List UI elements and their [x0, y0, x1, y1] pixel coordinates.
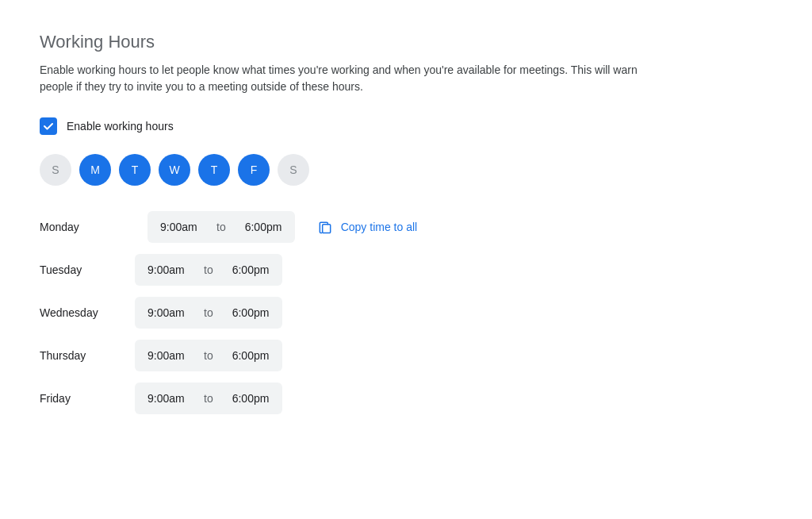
copy-time-button[interactable]: Copy time to all [308, 213, 427, 241]
time-range-monday: 9:00amto6:00pm [147, 211, 295, 243]
copy-time-label: Copy time to all [341, 221, 417, 233]
start-time-monday[interactable]: 9:00am [147, 211, 210, 243]
schedule-row-friday: Friday9:00amto6:00pm [40, 383, 427, 414]
to-label-monday: to [210, 221, 232, 233]
enable-checkbox[interactable] [40, 117, 57, 135]
day-circle-thursday[interactable]: T [198, 154, 230, 186]
day-label-thursday: Thursday [40, 349, 135, 362]
end-time-wednesday[interactable]: 6:00pm [220, 297, 282, 329]
day-label-wednesday: Wednesday [40, 306, 135, 319]
schedule-row-tuesday: Tuesday9:00amto6:00pm [40, 254, 427, 286]
schedule-row-thursday: Thursday9:00amto6:00pm [40, 340, 427, 371]
start-time-thursday[interactable]: 9:00am [135, 340, 197, 371]
start-time-tuesday[interactable]: 9:00am [135, 254, 197, 286]
end-time-thursday[interactable]: 6:00pm [220, 340, 282, 371]
enable-label: Enable working hours [67, 120, 174, 133]
schedule-area: Monday9:00amto6:00pm Copy time to allTue… [40, 211, 772, 414]
time-range-thursday: 9:00amto6:00pm [135, 340, 282, 371]
time-range-wednesday: 9:00amto6:00pm [135, 297, 282, 329]
to-label-tuesday: to [197, 263, 220, 276]
enable-working-hours-row: Enable working hours [40, 117, 772, 135]
page-description: Enable working hours to let people know … [40, 62, 658, 95]
day-circle-wednesday[interactable]: W [159, 154, 190, 186]
time-range-tuesday: 9:00amto6:00pm [135, 254, 282, 286]
day-circle-friday[interactable]: F [238, 154, 270, 186]
to-label-thursday: to [197, 349, 220, 362]
end-time-tuesday[interactable]: 6:00pm [220, 254, 282, 286]
svg-rect-0 [322, 225, 330, 233]
checkmark-icon [43, 121, 54, 132]
day-circle-sunday[interactable]: S [40, 154, 71, 186]
schedule-rows: Monday9:00amto6:00pm Copy time to allTue… [40, 211, 427, 414]
schedule-row-monday: Monday9:00amto6:00pm Copy time to all [40, 211, 427, 243]
end-time-friday[interactable]: 6:00pm [220, 383, 282, 414]
start-time-friday[interactable]: 9:00am [135, 383, 197, 414]
start-time-wednesday[interactable]: 9:00am [135, 297, 197, 329]
day-label-monday: Monday [40, 221, 135, 233]
schedule-row-wednesday: Wednesday9:00amto6:00pm [40, 297, 427, 329]
to-label-wednesday: to [197, 306, 220, 319]
day-label-friday: Friday [40, 392, 135, 405]
day-circle-saturday[interactable]: S [278, 154, 309, 186]
page-title: Working Hours [40, 32, 772, 52]
day-label-tuesday: Tuesday [40, 263, 135, 276]
time-range-friday: 9:00amto6:00pm [135, 383, 282, 414]
to-label-friday: to [197, 392, 220, 405]
end-time-monday[interactable]: 6:00pm [232, 211, 295, 243]
day-circle-monday[interactable]: M [79, 154, 111, 186]
day-circles-container: SMTWTFS [40, 154, 772, 186]
day-circle-tuesday[interactable]: T [119, 154, 151, 186]
copy-icon [317, 219, 333, 235]
